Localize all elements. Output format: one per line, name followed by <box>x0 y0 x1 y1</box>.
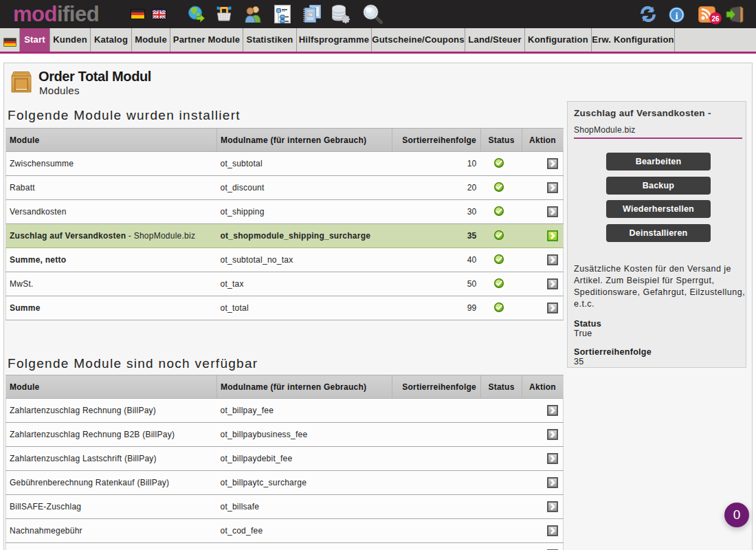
svg-text:i: i <box>675 10 678 21</box>
svg-text:26: 26 <box>711 15 720 23</box>
